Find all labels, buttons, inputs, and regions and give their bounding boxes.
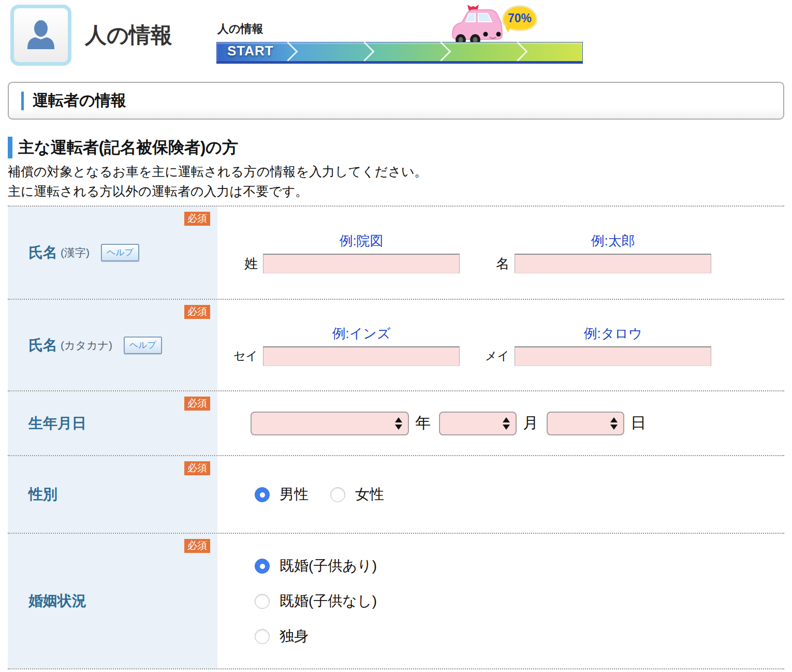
- form-row-name-kana: 必須 氏名 (カタカナ) ヘルプ 例:インズ セイ 例:タロウ メイ: [8, 300, 784, 391]
- progress-bar: START: [216, 42, 583, 64]
- gender-option-female[interactable]: 女性: [330, 485, 384, 504]
- marital-option-label: 独身: [280, 626, 309, 646]
- last-name-kanji-group: 例:院図 姓: [230, 232, 460, 273]
- day-unit-label: 日: [630, 413, 646, 434]
- field-label-name-kanji: 氏名: [28, 243, 57, 262]
- person-icon: [10, 5, 71, 66]
- marital-option-married-no-children[interactable]: 既婚(子供なし): [255, 591, 377, 611]
- progress-start-label: START: [227, 43, 274, 59]
- content-cell: 例:院図 姓 例:太郎 名: [217, 207, 784, 299]
- required-badge: 必須: [184, 397, 210, 411]
- description: 補償の対象となるお車を主に運転される方の情報を入力してください。 主に運転される…: [8, 162, 784, 201]
- required-badge: 必須: [184, 461, 210, 475]
- description-line-2: 主に運転される方以外の運転者の入力は不要です。: [8, 184, 308, 198]
- last-name-kanji-input[interactable]: [263, 254, 460, 273]
- label-cell: 必須 生年月日: [8, 391, 217, 455]
- year-unit-label: 年: [415, 413, 431, 434]
- content-cell: 既婚(子供あり) 既婚(子供なし) 独身: [217, 534, 784, 668]
- field-label-name-kana: 氏名: [28, 335, 57, 355]
- birth-year-select[interactable]: [251, 412, 409, 435]
- section-header: 運転者の情報: [8, 82, 784, 120]
- marital-option-label: 既婚(子供あり): [280, 556, 377, 576]
- chevron-right-icon: [508, 41, 528, 61]
- first-name-kana-group: 例:タロウ メイ: [481, 325, 711, 366]
- help-button[interactable]: ヘルプ: [101, 244, 139, 261]
- input-example: 例:タロウ: [515, 325, 711, 343]
- radio-unselected-icon: [255, 594, 270, 609]
- description-line-1: 補償の対象となるお車を主に運転される方の情報を入力してください。: [8, 164, 428, 179]
- gender-option-male[interactable]: 男性: [255, 485, 309, 504]
- accent-bar: [8, 137, 12, 158]
- radio-unselected-icon: [330, 487, 345, 502]
- subsection-title: 主な運転者(記名被保険者)の方: [18, 137, 238, 158]
- field-label-marital-status: 婚姻状況: [28, 591, 86, 611]
- stepper-icon: [395, 417, 402, 430]
- required-badge: 必須: [184, 539, 210, 553]
- last-name-label: 姓: [230, 255, 263, 273]
- first-name-kanji-group: 例:太郎 名: [481, 232, 711, 273]
- person-silhouette-icon: [24, 18, 58, 52]
- last-name-kana-group: 例:インズ セイ: [230, 325, 460, 366]
- marital-option-single[interactable]: 独身: [255, 626, 309, 646]
- birth-day-select[interactable]: [547, 412, 624, 435]
- field-label-gender: 性別: [28, 485, 57, 504]
- marital-option-married-with-children[interactable]: 既婚(子供あり): [255, 556, 377, 576]
- form-row-marital-status: 必須 婚姻状況 既婚(子供あり) 既婚(子供なし) 独身: [8, 534, 784, 669]
- last-name-kana-input[interactable]: [263, 346, 460, 366]
- required-badge: 必須: [184, 305, 210, 319]
- driver-info-form: 必須 氏名 (漢字) ヘルプ 例:院図 姓 例:太郎 名: [8, 206, 784, 669]
- form-row-birth-date: 必須 生年月日 年 月 日: [8, 391, 784, 456]
- first-name-kanji-input[interactable]: [515, 254, 711, 273]
- help-button[interactable]: ヘルプ: [124, 337, 162, 354]
- label-cell: 必須 婚姻状況: [8, 534, 217, 668]
- last-name-kana-label: セイ: [230, 348, 263, 364]
- marital-option-label: 既婚(子供なし): [280, 591, 377, 611]
- stepper-icon: [610, 417, 618, 430]
- chevron-right-icon: [431, 41, 451, 61]
- month-unit-label: 月: [523, 413, 538, 434]
- input-example: 例:太郎: [515, 232, 711, 250]
- radio-selected-icon: [255, 559, 270, 574]
- label-cell: 必須 性別: [8, 456, 217, 533]
- gender-option-male-label: 男性: [280, 485, 309, 504]
- accent-bar: [21, 92, 24, 110]
- form-row-name-kanji: 必須 氏名 (漢字) ヘルプ 例:院図 姓 例:太郎 名: [8, 207, 784, 300]
- chevron-right-icon: [355, 41, 374, 61]
- page: 人の情報 人の情報 70%: [0, 0, 792, 672]
- label-cell: 必須 氏名 (カタカナ) ヘルプ: [8, 300, 217, 390]
- content-cell: 男性 女性: [217, 456, 784, 533]
- first-name-label: 名: [481, 255, 515, 273]
- page-title: 人の情報: [85, 21, 172, 50]
- birth-month-select[interactable]: [439, 412, 517, 435]
- field-label-note: (カタカナ): [61, 338, 112, 353]
- input-example: 例:院図: [263, 232, 460, 250]
- input-example: 例:インズ: [263, 325, 460, 343]
- progress-percent-badge: 70%: [502, 5, 537, 31]
- progress-tracker: 人の情報 70% START: [216, 0, 583, 70]
- first-name-kana-label: メイ: [481, 348, 515, 364]
- radio-selected-icon: [255, 487, 270, 502]
- field-label-birth-date: 生年月日: [28, 414, 86, 433]
- chevron-right-icon: [278, 41, 298, 61]
- section-title: 運転者の情報: [33, 90, 126, 111]
- content-cell: 例:インズ セイ 例:タロウ メイ: [217, 300, 784, 390]
- car-mascot-icon: [448, 3, 508, 45]
- first-name-kana-input[interactable]: [515, 346, 711, 366]
- stepper-icon: [503, 417, 510, 430]
- required-badge: 必須: [184, 212, 210, 226]
- subsection-heading: 主な運転者(記名被保険者)の方: [8, 137, 784, 158]
- form-row-gender: 必須 性別 男性 女性: [8, 456, 784, 534]
- content-cell: 年 月 日: [217, 391, 784, 455]
- field-label-note: (漢字): [61, 245, 90, 260]
- label-cell: 必須 氏名 (漢字) ヘルプ: [8, 207, 217, 299]
- gender-option-female-label: 女性: [355, 485, 384, 504]
- header: 人の情報 人の情報 70%: [0, 0, 792, 70]
- radio-unselected-icon: [255, 629, 270, 644]
